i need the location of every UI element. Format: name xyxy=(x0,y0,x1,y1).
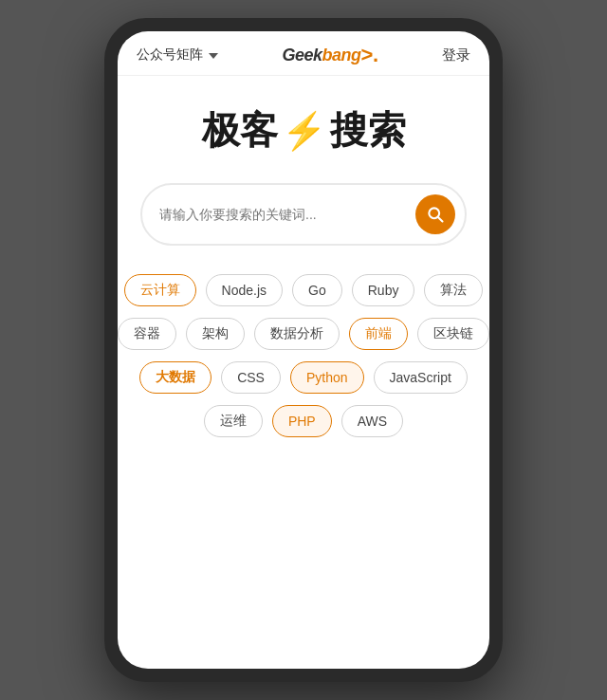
lightning-icon: ⚡ xyxy=(282,110,326,152)
login-button[interactable]: 登录 xyxy=(442,46,470,64)
phone-screen: 公众号矩阵 Geekbang>. 登录 极客⚡搜索 xyxy=(118,31,489,669)
nav-logo: Geekbang>. xyxy=(282,45,377,65)
svg-line-1 xyxy=(438,217,443,222)
tag-运维[interactable]: 运维 xyxy=(204,405,263,437)
tags-row-4: 运维PHPAWS xyxy=(204,405,403,437)
tags-row-1: 云计算Node.jsGoRuby算法 xyxy=(124,274,484,306)
nav-left-button[interactable]: 公众号矩阵 xyxy=(137,46,218,64)
tag-Node.js[interactable]: Node.js xyxy=(206,274,283,306)
tags-row-3: 大数据CSSPythonJavaScript xyxy=(139,361,468,394)
search-button[interactable] xyxy=(415,194,455,234)
logo-geek-text: Geek xyxy=(282,46,322,65)
logo-symbol-text: >. xyxy=(361,45,378,65)
tag-容器[interactable]: 容器 xyxy=(118,318,176,350)
tag-PHP[interactable]: PHP xyxy=(272,405,332,437)
main-content: 极客⚡搜索 云计算Node.jsGoRuby算法 容器架构数据分析前 xyxy=(118,76,489,669)
tags-wrapper: 云计算Node.jsGoRuby算法 容器架构数据分析前端区块链 大数据CSSP… xyxy=(140,274,467,437)
tag-Ruby[interactable]: Ruby xyxy=(352,274,415,306)
tag-CSS[interactable]: CSS xyxy=(221,361,281,394)
tag-云计算[interactable]: 云计算 xyxy=(124,274,196,306)
tag-JavaScript[interactable]: JavaScript xyxy=(374,361,468,394)
tag-前端[interactable]: 前端 xyxy=(349,318,408,350)
search-bar xyxy=(140,183,467,246)
chevron-down-icon xyxy=(209,53,218,59)
search-icon xyxy=(426,205,445,224)
tag-数据分析[interactable]: 数据分析 xyxy=(254,318,340,350)
tags-row-2: 容器架构数据分析前端区块链 xyxy=(118,318,489,350)
tag-算法[interactable]: 算法 xyxy=(424,274,483,306)
nav-matrix-label: 公众号矩阵 xyxy=(137,46,203,64)
tag-大数据[interactable]: 大数据 xyxy=(139,361,212,394)
title-text: 极客 xyxy=(202,104,278,157)
page-title: 极客⚡搜索 xyxy=(202,104,406,157)
logo-bang-text: bang xyxy=(322,46,361,65)
nav-bar: 公众号矩阵 Geekbang>. 登录 xyxy=(118,31,489,76)
tag-架构[interactable]: 架构 xyxy=(186,318,245,350)
phone-shell: 公众号矩阵 Geekbang>. 登录 极客⚡搜索 xyxy=(104,18,503,682)
title-text-2: 搜索 xyxy=(330,104,406,157)
tag-Python[interactable]: Python xyxy=(290,361,364,394)
tag-AWS[interactable]: AWS xyxy=(341,405,403,437)
tag-区块链[interactable]: 区块链 xyxy=(417,318,489,350)
search-input[interactable] xyxy=(159,207,408,222)
tag-Go[interactable]: Go xyxy=(292,274,342,306)
